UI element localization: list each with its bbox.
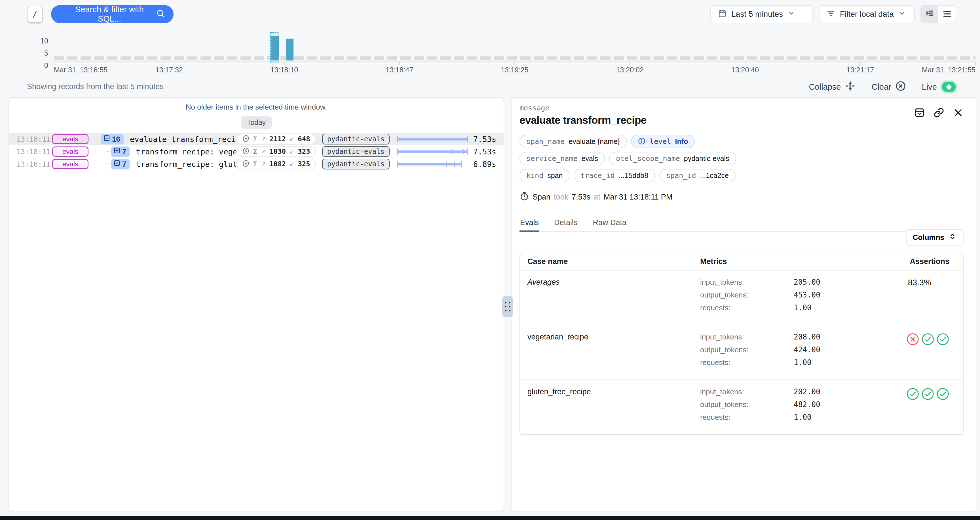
attribute-pill-otel_scope_name[interactable]: otel_scope_namepydantic-evals — [609, 152, 736, 165]
span-children-count-chip[interactable]: 7 — [111, 159, 130, 169]
collapse-button-label: Collapse — [809, 82, 841, 92]
span-timestamp: Mar 31 13:18:11 PM — [604, 193, 673, 201]
search-button[interactable]: Search & filter with SQL... — [51, 5, 173, 23]
filter-label: Filter local data — [840, 10, 894, 19]
y-axis-tick-label: 10 — [31, 37, 48, 45]
span-duration-label: 7.53s — [468, 135, 496, 144]
otel-scope-tag[interactable]: pydantic-evals — [322, 159, 390, 169]
x-axis-tick-label: 13:17:32 — [155, 66, 183, 74]
metric-label: requests: — [700, 358, 794, 367]
attribute-pill-trace_id[interactable]: trace_id...15ddb8 — [574, 169, 655, 182]
otel-scope-tag[interactable]: pydantic-evals — [322, 146, 390, 157]
list-view-icon — [942, 9, 952, 19]
eval-case-row[interactable]: gluten_free_recipeinput_tokens:202.00out… — [520, 380, 963, 434]
open-in-panel-button[interactable] — [913, 106, 926, 120]
span-duration-line: Span took 7.53s at Mar 31 13:18:11 PM — [520, 191, 964, 203]
assertions-cell — [869, 333, 963, 371]
x-axis-tick-label: 13:21:17 — [846, 66, 874, 74]
attribute-pill-span_id[interactable]: span_id...1ca2ce — [659, 169, 735, 182]
live-toggle-label: Live — [922, 82, 937, 92]
panel-resize-handle[interactable] — [502, 296, 513, 317]
span-children-count-chip[interactable]: 7 — [111, 147, 130, 157]
received-arrow-icon: ↙ — [289, 148, 294, 155]
trace-row[interactable]: 13:18:11evals7transform_recipe: gluten_f… — [9, 158, 504, 170]
x-axis-tick — [514, 62, 515, 65]
span-bar-start-cap — [397, 148, 398, 155]
close-panel-button[interactable] — [951, 106, 965, 120]
metric-label: input_tokens: — [700, 278, 794, 287]
eval-case-row[interactable]: Averagesinput_tokens:205.00output_tokens… — [520, 271, 963, 325]
live-toggle-switch[interactable] — [941, 81, 957, 93]
tab-raw-data[interactable]: Raw Data — [592, 215, 627, 231]
copy-link-button[interactable] — [932, 106, 945, 120]
otel-scope-tag[interactable]: pydantic-evals — [322, 134, 390, 145]
calendar-icon — [718, 9, 727, 20]
attribute-label: span_id — [666, 171, 696, 180]
trace-row[interactable]: 13:18:11evals7transform_recipe: vegetari… — [9, 145, 504, 158]
tab-details[interactable]: Details — [554, 215, 578, 231]
chevron-up-down-icon — [948, 232, 957, 243]
attribute-label: otel_scope_name — [616, 155, 680, 163]
time-range-button[interactable]: Last 5 minutes — [710, 5, 813, 23]
x-axis-tick — [54, 62, 54, 65]
tree-connector-elbow — [106, 163, 111, 164]
received-arrow-icon: ↙ — [289, 160, 294, 168]
service-tag-pill[interactable]: evals — [52, 134, 89, 144]
collapse-button[interactable]: Collapse — [809, 81, 856, 93]
tab-evals[interactable]: Evals — [520, 215, 539, 231]
x-axis-tick-label: 13:19:25 — [501, 66, 528, 74]
assertion-fail-icon — [906, 333, 919, 347]
span-message[interactable]: transform_recipe: gluten_free_recipe — [136, 160, 236, 169]
metrics-cell: input_tokens:205.00output_tokens:453.00r… — [700, 278, 869, 316]
token-metrics-pill[interactable]: Σ↗1082↙325 — [236, 159, 316, 169]
collapse-icon — [845, 81, 856, 93]
clear-button[interactable]: Clear — [872, 81, 906, 93]
columns-button[interactable]: Columns — [906, 229, 964, 246]
span-message[interactable]: evaluate transform_recipe — [130, 135, 236, 144]
token-metrics-pill[interactable]: Σ↗1030↙323 — [236, 146, 316, 157]
records-timeline-chart[interactable]: 1050 Mar 31. 13:16:5513:17:3213:18:1013:… — [0, 31, 980, 74]
span-bar-tick — [452, 149, 453, 155]
evals-cases-table: Case name Metrics Assertions Averagesinp… — [520, 253, 964, 435]
search-button-label: Search & filter with SQL... — [63, 5, 156, 24]
tree-connector-elbow — [106, 151, 111, 152]
attribute-label: kind — [526, 171, 543, 180]
trace-row[interactable]: 13:18:11evals16evaluate transform_recipe… — [9, 133, 504, 145]
y-axis-tick-label: 5 — [31, 49, 48, 57]
attribute-pill-service_name[interactable]: service_nameevals — [520, 152, 605, 165]
metric-line: output_tokens:424.00 — [700, 345, 869, 354]
live-toggle-button[interactable]: Live — [922, 81, 957, 93]
timeline-plot-area[interactable]: Mar 31. 13:16:5513:17:3213:18:1013:18:47… — [54, 31, 975, 74]
attribute-value: evaluate {name} — [568, 137, 620, 146]
timeline-bar[interactable] — [271, 36, 279, 61]
sent-tokens-count: 1082 — [269, 160, 286, 168]
metric-value: 208.00 — [794, 333, 820, 341]
assertion-pass-icon — [936, 333, 950, 347]
metric-line: input_tokens:202.00 — [700, 388, 869, 396]
span-children-count-chip[interactable]: 16 — [101, 134, 124, 145]
filter-local-data-button[interactable]: Filter local data — [819, 5, 915, 23]
y-axis-tick-label: 0 — [31, 61, 48, 70]
list-view-button[interactable] — [938, 6, 956, 23]
timeline-bar[interactable] — [286, 38, 293, 61]
eval-case-row[interactable]: vegetarian_recipeinput_tokens:208.00outp… — [520, 325, 963, 380]
empty-window-notice: No older items in the selected time wind… — [9, 103, 504, 112]
columns-button-label: Columns — [913, 233, 944, 242]
span-bar-tick — [463, 149, 464, 155]
sent-tokens-count: 1030 — [269, 148, 286, 156]
attribute-pill-level[interactable]: levelInfo — [631, 135, 695, 148]
tree-view-button[interactable] — [921, 6, 938, 23]
service-tag-pill[interactable]: evals — [52, 159, 89, 169]
attribute-pill-kind[interactable]: kindspan — [520, 169, 570, 182]
received-arrow-icon: ↙ — [289, 136, 294, 143]
chevron-down-icon — [788, 10, 795, 19]
token-metrics-pill[interactable]: Σ↗2112↙648 — [236, 134, 316, 145]
tokens-coin-icon — [242, 160, 250, 169]
metric-value: 453.00 — [794, 291, 820, 300]
attribute-pill-span_name[interactable]: span_nameevaluate {name} — [520, 135, 627, 148]
span-message[interactable]: transform_recipe: vegetarian_recipe — [136, 147, 236, 156]
metric-line: requests:1.00 — [700, 358, 869, 367]
metric-label: input_tokens: — [700, 388, 794, 396]
service-tag-pill[interactable]: evals — [52, 147, 89, 157]
sigma-icon: Σ — [253, 160, 258, 168]
